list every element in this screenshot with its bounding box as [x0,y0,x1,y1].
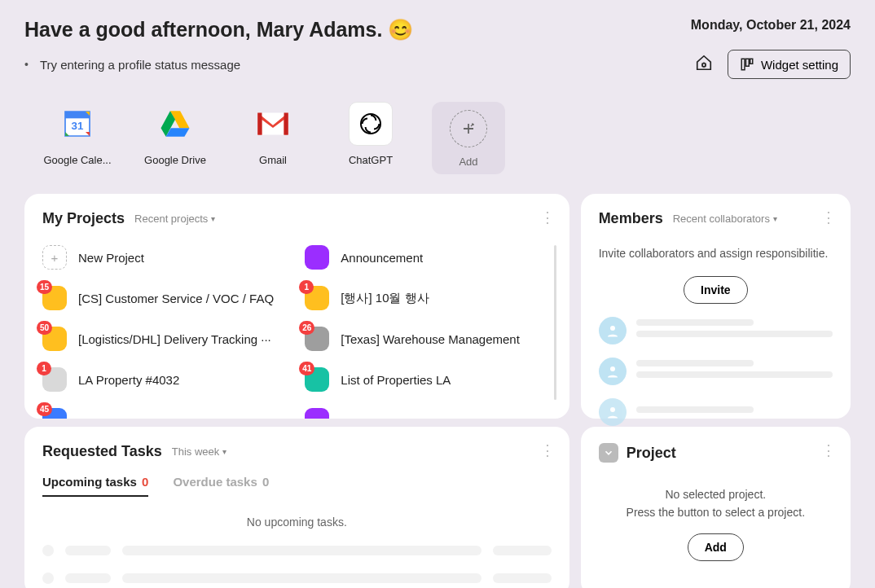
task-placeholder-row [42,545,552,556]
add-shortcut-icon [450,110,487,147]
shortcut-label: ChatGPT [334,154,407,166]
project-badge: 1 [37,362,51,375]
project-label: [Texas] Warehouse Management [341,332,520,346]
shortcut-label: Google Drive [139,154,212,166]
shortcuts-bar: 31 Google Cale... Google Drive Gmail Cha… [24,102,851,174]
project-item[interactable]: 45 [42,408,288,419]
members-menu-icon[interactable]: ⋮ [821,208,836,226]
greeting: Have a good afternoon, Mary Adams. 😊 [24,18,413,42]
shortcut-chatgpt[interactable]: ChatGPT [334,102,407,174]
plus-icon: + [42,245,67,270]
project-empty-line2: Press the button to select a project. [599,503,833,521]
tab-count: 0 [142,475,148,489]
project-color-icon: 1 [305,286,329,310]
project-color-icon: 41 [305,367,329,392]
project-badge: 1 [299,280,314,294]
shortcut-google-calendar[interactable]: 31 Google Cale... [41,102,114,174]
requested-tasks-title: Requested Tasks [42,443,162,460]
avatar-placeholder-icon [599,358,627,385]
shortcut-label: Gmail [236,154,310,166]
task-placeholder-row [42,573,552,584]
shortcut-add[interactable]: Add [432,102,505,174]
chevron-down-icon[interactable] [599,443,618,463]
current-date: Monday, October 21, 2024 [691,18,851,33]
my-projects-title: My Projects [42,210,125,227]
project-color-icon [305,245,329,270]
project-color-icon: 1 [42,367,67,392]
project-label: List of Properties LA [341,373,451,387]
tasks-menu-icon[interactable]: ⋮ [540,441,555,459]
project-badge: 50 [37,321,52,335]
project-label: [Logistics/DHL] Delivery Tracking ··· [78,332,271,346]
tasks-empty-message: No upcoming tasks. [42,516,552,529]
svg-point-8 [361,114,380,134]
project-badge: 41 [299,362,314,375]
project-item[interactable]: 50[Logistics/DHL] Delivery Tracking ··· [42,327,288,351]
members-filter-dropdown[interactable]: Recent collaborators [673,213,777,225]
project-label: New Project [78,251,144,265]
project-item[interactable]: 1LA Property #4032 [42,367,288,392]
widget-setting-label: Widget setting [761,58,838,72]
avatar-placeholder-icon [599,398,627,426]
gmail-icon [251,102,295,146]
new-project-button[interactable]: +New Project [42,245,288,270]
project-badge: 45 [37,402,52,416]
svg-point-9 [610,326,615,331]
tasks-filter-dropdown[interactable]: This week [172,445,227,458]
avatar-placeholder-icon [599,317,627,344]
project-item[interactable] [305,408,551,419]
svg-rect-2 [745,59,749,66]
svg-point-0 [702,64,706,67]
tab-upcoming-tasks[interactable]: Upcoming tasks 0 [42,475,148,497]
project-item[interactable]: 41List of Properties LA [305,367,551,392]
member-placeholder-row [599,398,833,426]
project-item[interactable]: 26[Texas] Warehouse Management [305,327,551,351]
member-placeholder-row [599,358,833,385]
svg-point-10 [610,366,615,371]
project-color-icon: 50 [42,327,67,351]
tab-overdue-tasks[interactable]: Overdue tasks 0 [173,475,269,497]
shortcut-google-drive[interactable]: Google Drive [139,102,212,174]
member-placeholder-row [599,317,833,344]
project-color-icon [305,408,329,419]
project-item[interactable]: 1[행사] 10월 행사 [305,286,551,310]
home-settings-icon[interactable] [695,54,713,75]
svg-point-11 [610,407,615,412]
status-prompt-text: Try entering a profile status message [40,58,240,72]
projects-menu-icon[interactable]: ⋮ [540,208,555,226]
project-badge: 26 [299,321,314,335]
drive-icon [153,102,197,146]
projects-filter-dropdown[interactable]: Recent projects [134,213,215,225]
svg-text:31: 31 [72,120,84,132]
widget-setting-button[interactable]: Widget setting [728,50,851,79]
project-widget-card: Project ⋮ No selected project. Press the… [581,427,851,588]
members-card: Members Recent collaborators ⋮ Invite co… [581,194,851,419]
shortcut-label: Google Cale... [41,154,114,166]
project-menu-icon[interactable]: ⋮ [821,441,836,459]
requested-tasks-card: Requested Tasks This week ⋮ Upcoming tas… [24,427,569,588]
shortcut-gmail[interactable]: Gmail [236,102,310,174]
add-project-button[interactable]: Add [688,533,744,561]
calendar-icon: 31 [55,102,99,146]
members-prompt: Invite collaborators and assign responsi… [599,247,833,260]
shortcut-label: Add [432,156,505,168]
project-item[interactable]: 15[CS] Customer Service / VOC / FAQ [42,286,288,310]
svg-rect-3 [750,59,753,64]
project-label: LA Property #4032 [78,373,179,387]
invite-button[interactable]: Invite [684,276,748,304]
my-projects-card: My Projects Recent projects ⋮ +New Proje… [24,194,569,419]
svg-rect-1 [741,59,745,70]
chatgpt-icon [349,102,393,146]
status-prompt[interactable]: Try entering a profile status message [24,58,240,72]
project-color-icon: 45 [42,408,67,419]
project-widget-title: Project [627,445,676,462]
project-color-icon: 15 [42,286,67,310]
tab-label: Overdue tasks [173,475,257,489]
project-label: [CS] Customer Service / VOC / FAQ [78,292,274,305]
project-label: [행사] 10월 행사 [341,291,429,306]
tab-label: Upcoming tasks [42,475,137,489]
project-item[interactable]: Announcement [305,245,551,270]
project-empty-line1: No selected project. [599,485,833,503]
project-color-icon: 26 [305,327,329,351]
project-badge: 15 [37,280,52,294]
